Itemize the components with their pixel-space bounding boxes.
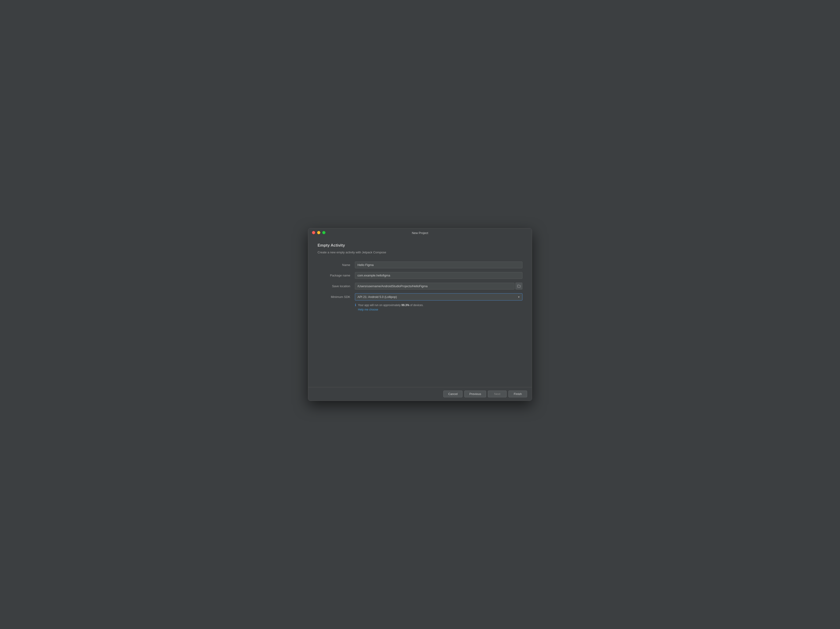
save-location-wrapper [355, 282, 523, 290]
content-area: Empty Activity Create a new empty activi… [308, 236, 532, 387]
activity-description: Create a new empty activity with Jetpack… [317, 251, 523, 254]
package-input[interactable] [355, 272, 523, 279]
info-text: Your app will run on approximately 99.3%… [358, 304, 423, 307]
title-bar: New Project [308, 229, 532, 236]
sdk-select-wrapper: API 21: Android 5.0 (Lollipop) API 16: A… [355, 293, 523, 301]
window-title: New Project [412, 231, 428, 235]
previous-button[interactable]: Previous [464, 391, 486, 397]
close-button[interactable] [312, 231, 315, 234]
maximize-button[interactable] [322, 231, 325, 234]
name-input[interactable] [355, 262, 523, 268]
info-text-before: Your app will run on approximately [358, 304, 401, 307]
save-location-label: Save location [317, 284, 355, 288]
finish-button[interactable]: Finish [508, 391, 527, 397]
footer: Cancel Previous Next Finish [308, 387, 532, 400]
minimize-button[interactable] [317, 231, 321, 234]
name-label: Name [317, 263, 355, 267]
browse-folder-button[interactable] [515, 282, 523, 290]
save-location-row: Save location [317, 282, 523, 290]
form-section: Name Package name Save location [317, 262, 523, 382]
help-me-choose-link[interactable]: Help me choose [358, 308, 423, 311]
traffic-lights [312, 231, 325, 234]
info-icon: ℹ [355, 303, 356, 307]
info-bold-text: 99.3% [401, 304, 409, 307]
sdk-label: Minimum SDK [317, 295, 355, 299]
package-label: Package name [317, 274, 355, 277]
save-location-input[interactable] [355, 283, 515, 290]
info-text-after: of devices. [409, 304, 423, 307]
info-content: Your app will run on approximately 99.3%… [358, 303, 423, 311]
new-project-window: New Project Empty Activity Create a new … [308, 228, 532, 401]
info-row: ℹ Your app will run on approximately 99.… [355, 303, 523, 311]
package-row: Package name [317, 272, 523, 279]
sdk-row: Minimum SDK API 21: Android 5.0 (Lollipo… [317, 293, 523, 301]
activity-title: Empty Activity [317, 243, 523, 248]
next-button[interactable]: Next [488, 391, 507, 397]
name-row: Name [317, 262, 523, 268]
sdk-select[interactable]: API 21: Android 5.0 (Lollipop) API 16: A… [355, 293, 523, 301]
cancel-button[interactable]: Cancel [443, 391, 463, 397]
